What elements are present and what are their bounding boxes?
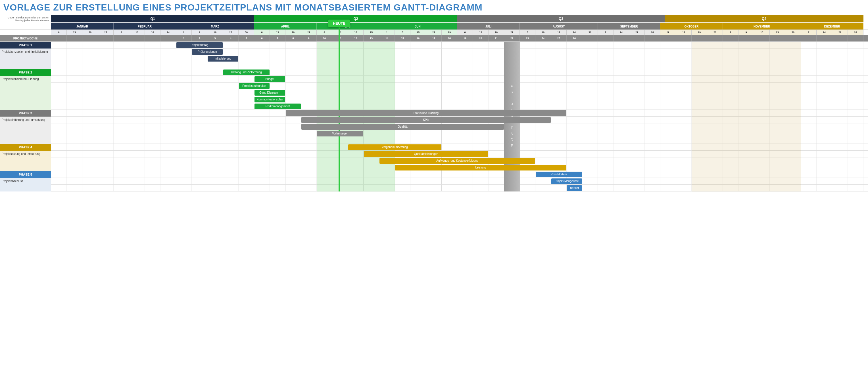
project-week-cell: 2 bbox=[192, 35, 207, 41]
month-februar: FEBRUAR bbox=[114, 23, 176, 30]
day-cell: 20 bbox=[82, 30, 98, 35]
project-week-cell: 6 bbox=[254, 35, 270, 41]
project-week-cell: 15 bbox=[395, 35, 410, 41]
project-week-cell bbox=[51, 35, 67, 41]
project-week-cell bbox=[754, 35, 770, 41]
month-juni: JUNI bbox=[379, 23, 457, 30]
month-oktober: OKTOBER bbox=[660, 23, 723, 30]
day-cell: 12 bbox=[676, 30, 692, 35]
project-week-cell: 13 bbox=[364, 35, 379, 41]
phase-cell bbox=[0, 62, 51, 69]
gantt-bar[interactable]: Gantt Diagramm bbox=[254, 90, 285, 96]
day-cell: 16 bbox=[207, 30, 223, 35]
phase-header: PHASE 4 bbox=[0, 144, 51, 151]
gantt-bar[interactable]: Prüfung planen bbox=[192, 49, 223, 55]
project-week-cell: 21 bbox=[489, 35, 504, 41]
phase-cell bbox=[0, 89, 51, 96]
gantt-bar[interactable]: Leistung bbox=[395, 165, 566, 171]
day-cell: 9 bbox=[192, 30, 207, 35]
project-week-row: PROJEKTWOCHE 123456789101112131415161718… bbox=[0, 35, 868, 42]
project-week-cell: 10 bbox=[317, 35, 332, 41]
day-cell: 21 bbox=[629, 30, 645, 35]
day-cell: 21 bbox=[832, 30, 848, 35]
project-week-cell bbox=[629, 35, 645, 41]
day-cell: 31 bbox=[582, 30, 598, 35]
month-september: SEPTEMBER bbox=[598, 23, 660, 30]
day-cell: 26 bbox=[707, 30, 723, 35]
gantt-bar[interactable]: Status und Tracking bbox=[286, 110, 566, 116]
day-cell: 4 bbox=[317, 30, 332, 35]
gantt-bar[interactable]: Qualitätsleistungen bbox=[364, 151, 488, 157]
gantt-body: HEUTE PHASE 1Projektkonzeption und -init… bbox=[0, 42, 868, 192]
hint-text: Geben Sie das Datum für den ersten Monta… bbox=[0, 15, 51, 23]
project-week-cell: 1 bbox=[176, 35, 192, 41]
gantt-bar[interactable]: Projekt-Mängelliste bbox=[551, 178, 582, 184]
day-cell: 22 bbox=[426, 30, 442, 35]
project-week-cell: 7 bbox=[270, 35, 285, 41]
project-week-cell bbox=[114, 35, 129, 41]
page-title: VORLAGE ZUR ERSTELLUNG EINES PROJEKTZEIT… bbox=[0, 0, 868, 15]
project-week-cell bbox=[67, 35, 82, 41]
day-cell: 17 bbox=[551, 30, 567, 35]
gantt-bar[interactable]: Qualität bbox=[301, 124, 504, 130]
gantt-bar[interactable]: Budget bbox=[254, 76, 285, 82]
day-cell: 2 bbox=[176, 30, 192, 35]
day-cell: 24 bbox=[567, 30, 582, 35]
gantt-bar[interactable]: Bericht bbox=[567, 185, 582, 191]
gantt-bar[interactable]: Initialisierung bbox=[208, 56, 238, 62]
day-cell: 1 bbox=[379, 30, 395, 35]
day-cell: 13 bbox=[67, 30, 82, 35]
project-week-cell: 9 bbox=[301, 35, 317, 41]
project-week-cell bbox=[676, 35, 692, 41]
day-cell: 20 bbox=[285, 30, 301, 35]
day-cell: 20 bbox=[489, 30, 504, 35]
project-week-label: PROJEKTWOCHE bbox=[0, 35, 51, 41]
project-week-cell: 8 bbox=[285, 35, 301, 41]
gantt-bar[interactable]: KPIs bbox=[301, 117, 551, 123]
project-week-cell: 22 bbox=[504, 35, 520, 41]
gantt-bar[interactable]: Risikomanagement bbox=[254, 104, 301, 109]
gantt-bar[interactable]: Vorhersagen bbox=[317, 131, 363, 136]
gantt-bar[interactable]: Projektstrukturplan bbox=[239, 83, 270, 89]
quarter-header-row: Geben Sie das Datum für den ersten Monta… bbox=[0, 15, 868, 23]
day-cell: 3 bbox=[520, 30, 535, 35]
gantt-bar[interactable]: Kommunikationsplan bbox=[254, 97, 285, 102]
project-week-cell: 16 bbox=[410, 35, 426, 41]
project-week-cell: 17 bbox=[426, 35, 442, 41]
project-week-cell: 18 bbox=[442, 35, 457, 41]
gantt-bar[interactable]: Aufwands- und Kostenverfolgung bbox=[379, 158, 535, 164]
project-week-cell bbox=[98, 35, 114, 41]
month-august: AUGUST bbox=[520, 23, 598, 30]
project-week-cell bbox=[816, 35, 832, 41]
project-week-cell bbox=[770, 35, 785, 41]
day-cell: 27 bbox=[301, 30, 317, 35]
gantt-bar[interactable]: Projektauftrag bbox=[176, 42, 223, 48]
gantt-bar[interactable]: Vorgabenumsetzung bbox=[348, 144, 441, 150]
project-week-cell: 20 bbox=[473, 35, 489, 41]
project-week-cell: 5 bbox=[239, 35, 254, 41]
gantt-bar[interactable]: Umfang und Zielsetzung bbox=[223, 69, 270, 75]
day-cell: 18 bbox=[145, 30, 160, 35]
gantt-bar[interactable]: Post-Mortem bbox=[536, 172, 582, 177]
phase-cell bbox=[0, 82, 51, 89]
project-week-cell: 23 bbox=[520, 35, 535, 41]
project-week-cell bbox=[739, 35, 754, 41]
month-dezember: DEZEMBER bbox=[801, 23, 864, 30]
phase-cell bbox=[0, 158, 51, 164]
project-week-cell: 25 bbox=[551, 35, 567, 41]
month-juli: JULI bbox=[457, 23, 520, 30]
day-cell: 27 bbox=[504, 30, 520, 35]
month-märz: MÄRZ bbox=[176, 23, 254, 30]
project-week-cell bbox=[848, 35, 864, 41]
today-label: HEUTE bbox=[328, 20, 350, 27]
day-cell: 27 bbox=[98, 30, 114, 35]
day-cell: 10 bbox=[535, 30, 551, 35]
project-week-cell bbox=[160, 35, 176, 41]
phase-cell bbox=[0, 103, 51, 109]
day-cell: 2 bbox=[723, 30, 739, 35]
phase-header: PHASE 5 bbox=[0, 171, 51, 178]
project-week-cell bbox=[614, 35, 629, 41]
project-week-cell bbox=[660, 35, 676, 41]
day-cell: 14 bbox=[816, 30, 832, 35]
day-cell: 30 bbox=[239, 30, 254, 35]
